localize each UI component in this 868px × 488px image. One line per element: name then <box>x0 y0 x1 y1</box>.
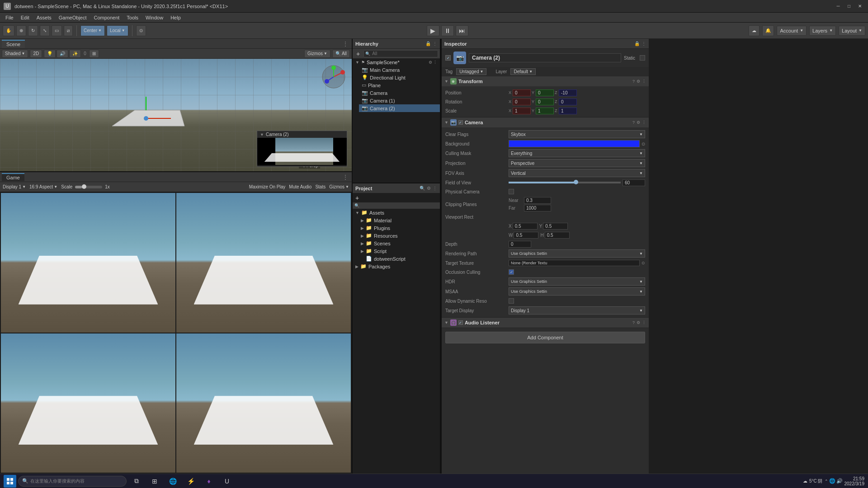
object-active-checkbox[interactable]: ✓ <box>445 55 451 61</box>
move-tool-button[interactable]: ⊕ <box>16 25 26 36</box>
scene-gizmo[interactable] <box>320 63 347 90</box>
audio-settings-icon[interactable]: ⚙ <box>637 320 640 325</box>
hierarchy-item-camera1[interactable]: 📷 Camera (1) <box>359 97 440 104</box>
menu-edit[interactable]: Edit <box>17 14 33 21</box>
audio-listener-active-checkbox[interactable]: ✓ <box>458 320 463 325</box>
scale-y-input[interactable] <box>536 108 554 114</box>
up-arrow-icon[interactable]: ⌃ <box>825 479 828 483</box>
scale-tool-button[interactable]: ⤡ <box>40 25 50 36</box>
menu-file[interactable]: File <box>2 14 17 21</box>
background-color-swatch[interactable] <box>509 140 640 147</box>
hierarchy-item-main-camera[interactable]: 📷 Main Camera <box>359 66 440 74</box>
project-packages-item[interactable]: ▶ 📁 Packages <box>353 263 440 270</box>
scene-audio-btn[interactable]: 🔊 <box>57 50 68 58</box>
menu-help[interactable]: Help <box>167 14 184 21</box>
rot-z-input[interactable] <box>559 99 577 105</box>
scene-search-btn[interactable]: 🔍 All <box>332 50 350 58</box>
camera-menu-icon[interactable]: ⋮ <box>642 120 646 125</box>
occlusion-culling-checkbox[interactable]: ✓ <box>509 269 514 275</box>
menu-gameobject[interactable]: GameObject <box>55 14 90 21</box>
scale-z-input[interactable] <box>559 108 577 114</box>
shaded-dropdown[interactable]: Shaded▼ <box>2 50 28 58</box>
inspector-lock-icon[interactable]: 🔒 <box>634 41 640 46</box>
rendering-path-dropdown[interactable]: Use Graphics Settin ▼ <box>509 249 645 258</box>
viewport-x-input[interactable] <box>513 223 538 230</box>
viewport-w-input[interactable] <box>514 232 538 239</box>
unity-taskbar-button[interactable]: U <box>219 475 235 488</box>
hierarchy-scene-row[interactable]: ▼ ⚑ SampleScene* ⚙ ⋮ <box>353 59 440 66</box>
scene-light-btn[interactable]: 💡 <box>44 50 56 58</box>
fov-input[interactable] <box>623 179 645 186</box>
fov-slider-thumb[interactable] <box>574 180 578 184</box>
scene-gizmos-btn[interactable]: Gizmos▼ <box>304 50 330 58</box>
camera-help-icon[interactable]: ? <box>632 120 635 125</box>
menu-component[interactable]: Component <box>90 14 123 21</box>
menu-window[interactable]: Window <box>142 14 167 21</box>
audio-menu-icon[interactable]: ⋮ <box>642 320 646 325</box>
fov-slider[interactable] <box>509 182 621 183</box>
transform-help-icon[interactable]: ? <box>632 79 635 84</box>
mute-audio-button[interactable]: Mute Audio <box>289 184 311 189</box>
pos-y-input[interactable] <box>536 89 554 96</box>
near-input[interactable] <box>524 197 551 204</box>
scene-viewport[interactable]: ◄ Persp ▼ Camera (2) <box>0 59 352 171</box>
target-texture-field[interactable]: None (Render Textu <box>509 260 640 266</box>
rot-x-input[interactable] <box>513 99 531 105</box>
game-settings-icon[interactable]: ⋮ <box>341 174 350 180</box>
widgets-button[interactable]: ⊞ <box>146 475 163 488</box>
transform-header[interactable]: ▼ ⊕ Transform ? ⚙ ⋮ <box>442 76 649 86</box>
maximize-button[interactable]: □ <box>844 3 854 10</box>
edge-button[interactable]: ⚡ <box>183 475 199 488</box>
project-material-item[interactable]: ▶ 📁 Material <box>358 216 440 224</box>
rotate-tool-button[interactable]: ↻ <box>28 25 38 36</box>
camera-comp-header[interactable]: ▼ 📷 ✓ Camera ? ⚙ ⋮ <box>442 117 649 127</box>
hdr-dropdown[interactable]: Use Graphics Settin ▼ <box>509 277 645 286</box>
clock[interactable]: 21:59 2022/3/19 <box>844 476 865 486</box>
inspector-menu-icon[interactable]: ⋮ <box>642 41 646 46</box>
hierarchy-menu-icon[interactable]: ⋮ <box>433 41 437 46</box>
project-dotween-item[interactable]: ▶ 📄 dotweenScript <box>358 255 440 263</box>
project-gear-icon[interactable]: ⚙ <box>427 186 431 191</box>
project-script-item[interactable]: ▶ 📁 Script <box>358 247 440 255</box>
scene-tab[interactable]: Scene <box>2 40 25 48</box>
scene-settings-icon[interactable]: ⋮ <box>341 41 350 47</box>
game-tab[interactable]: Game <box>2 173 24 181</box>
audio-listener-header[interactable]: ▼ 🎧 ✓ Audio Listener ? ⚙ ⋮ <box>442 318 649 328</box>
hierarchy-item-plane[interactable]: ▭ Plane <box>359 81 440 89</box>
hierarchy-lock-icon[interactable]: 🔒 <box>425 41 431 46</box>
scene-3d-view[interactable]: ◄ Persp ▼ Camera (2) <box>0 59 352 171</box>
project-add-button[interactable]: + <box>353 193 440 202</box>
project-plugins-item[interactable]: ▶ 📁 Plugins <box>358 224 440 232</box>
aspect-dropdown[interactable]: 16:9 Aspect ▼ <box>29 184 57 189</box>
local-button[interactable]: Local ▼ <box>107 25 128 36</box>
scale-control[interactable]: Scale 1x <box>61 184 110 189</box>
project-resources-item[interactable]: ▶ 📁 Resources <box>358 232 440 239</box>
scale-slider-thumb[interactable] <box>82 184 86 189</box>
menu-assets[interactable]: Assets <box>33 14 55 21</box>
transform-settings-icon[interactable]: ⚙ <box>637 79 640 84</box>
pos-x-input[interactable] <box>513 89 531 96</box>
layout-dropdown[interactable]: Layout ▼ <box>839 26 865 36</box>
static-checkbox[interactable] <box>640 55 645 61</box>
menu-tools[interactable]: Tools <box>123 14 142 21</box>
vs-button[interactable]: ♦ <box>201 475 217 488</box>
pause-button[interactable]: ⏸ <box>441 25 454 36</box>
depth-input[interactable] <box>509 241 531 248</box>
scene-fx-btn[interactable]: ✨ <box>69 50 81 58</box>
far-input[interactable] <box>524 205 551 211</box>
layers-dropdown[interactable]: Layers ▼ <box>809 26 836 36</box>
allow-dynamic-checkbox[interactable] <box>509 298 514 304</box>
audio-help-icon[interactable]: ? <box>632 320 635 325</box>
hierarchy-search-input[interactable] <box>363 50 438 57</box>
project-menu-icon[interactable]: ⋮ <box>433 186 437 191</box>
center-button[interactable]: Center ▼ <box>80 25 105 36</box>
minimize-button[interactable]: ─ <box>834 3 843 10</box>
hierarchy-item-camera[interactable]: 📷 Camera <box>359 89 440 97</box>
game-gizmos-btn[interactable]: Gizmos ▼ <box>329 184 349 189</box>
step-button[interactable]: ⏭ <box>456 25 468 36</box>
scale-x-input[interactable] <box>513 108 531 114</box>
maximize-on-play-button[interactable]: Maximize On Play <box>249 184 286 189</box>
display-dropdown[interactable]: Display 1 ▼ <box>3 184 26 189</box>
cloud-button[interactable]: 🔔 <box>762 25 774 36</box>
viewport-y-input[interactable] <box>543 223 568 230</box>
